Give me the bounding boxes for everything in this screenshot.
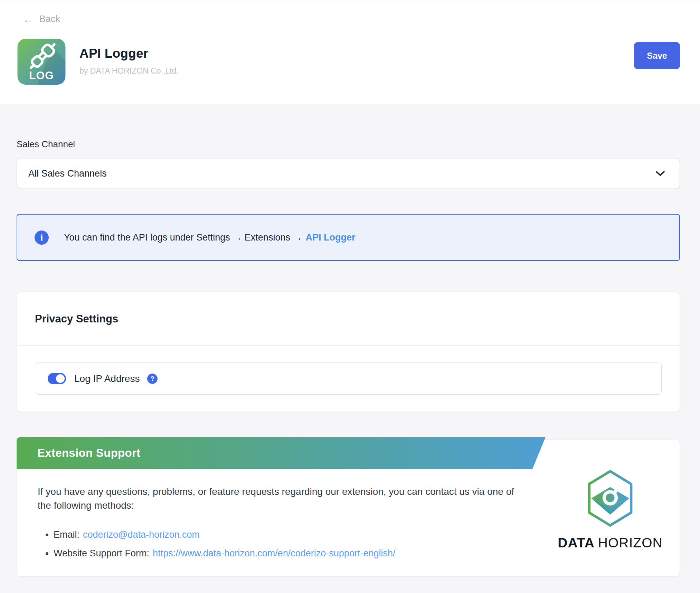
log-ip-label: Log IP Address: [74, 373, 140, 384]
sales-channel-select[interactable]: All Sales Channels: [17, 159, 680, 188]
privacy-settings-card: Privacy Settings Log IP Address ?: [17, 292, 680, 412]
info-icon: i: [35, 230, 49, 245]
chevron-down-icon: [655, 171, 665, 177]
app-byline: by DATA HORIZON Co.,Ltd.: [79, 66, 179, 76]
log-ip-toggle[interactable]: [48, 373, 66, 384]
info-banner-prefix: You can find the API logs under Settings…: [64, 232, 302, 243]
main-content: Sales Channel All Sales Channels i You c…: [17, 104, 680, 577]
support-form-item: Website Support Form:https://www.data-ho…: [54, 546, 521, 560]
top-divider: [0, 2, 700, 2]
help-icon[interactable]: ?: [147, 374, 158, 384]
back-arrow-icon: ←: [23, 14, 33, 25]
sales-channel-value: All Sales Channels: [28, 168, 107, 179]
support-body: If you have any questions, problems, or …: [38, 485, 521, 565]
log-ip-setting-row: Log IP Address ?: [35, 363, 662, 395]
back-button[interactable]: ← Back: [23, 14, 60, 25]
support-form-link[interactable]: https://www.data-horizon.com/en/coderizo…: [153, 548, 395, 558]
support-form-label: Website Support Form:: [54, 548, 149, 558]
api-logger-link[interactable]: API Logger: [305, 232, 355, 243]
extension-support-card: Extension Support If you have any questi…: [17, 440, 680, 577]
save-button[interactable]: Save: [634, 42, 680, 69]
app-icon-label: LOG: [29, 69, 54, 82]
support-contact-list: Email:coderizo@data-horizon.com Website …: [38, 528, 521, 560]
support-email-link[interactable]: coderizo@data-horizon.com: [83, 529, 200, 540]
data-horizon-hexagon-icon: [585, 470, 636, 527]
page-title: API Logger: [79, 46, 179, 61]
info-banner-text: You can find the API logs under Settings…: [64, 232, 355, 243]
data-horizon-wordmark: DATAHORIZON: [558, 535, 662, 550]
data-horizon-logo: DATAHORIZON: [553, 470, 667, 550]
back-label: Back: [39, 14, 60, 25]
api-logger-app-icon: LOG: [17, 39, 66, 85]
support-email-label: Email:: [54, 529, 79, 540]
privacy-settings-section: Log IP Address ?: [17, 346, 680, 412]
app-icon: LOG: [17, 39, 66, 85]
app-header: LOG API Logger by DATA HORIZON Co.,Ltd.: [17, 39, 179, 85]
page-header: ← Back: [0, 0, 700, 104]
app-meta: API Logger by DATA HORIZON Co.,Ltd.: [79, 39, 179, 85]
toggle-knob: [56, 374, 65, 383]
sales-channel-label: Sales Channel: [17, 139, 680, 150]
logo-word-horizon: HORIZON: [598, 535, 663, 550]
support-paragraph: If you have any questions, problems, or …: [38, 485, 521, 512]
logo-word-data: DATA: [558, 535, 595, 550]
privacy-settings-title: Privacy Settings: [17, 292, 680, 346]
extension-support-title: Extension Support: [17, 437, 546, 469]
info-banner: i You can find the API logs under Settin…: [17, 214, 680, 261]
support-email-item: Email:coderizo@data-horizon.com: [54, 528, 521, 542]
